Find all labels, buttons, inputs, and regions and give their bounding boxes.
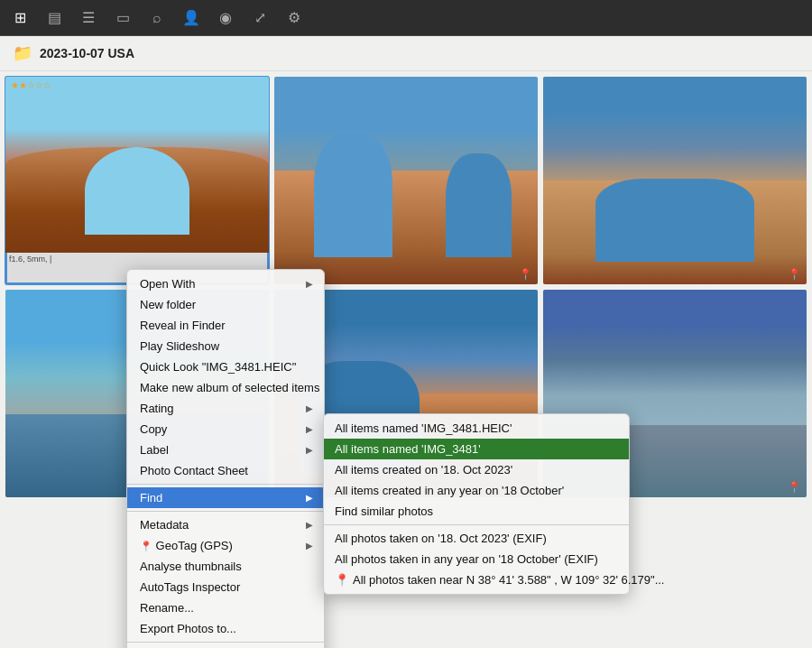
- context-menu: Open With ▶ New folder Reveal in Finder …: [126, 269, 325, 648]
- menu-new-album[interactable]: Make new album of selected items: [127, 377, 324, 398]
- separator-3: [127, 642, 324, 643]
- submenu-item-2[interactable]: All items named 'IMG_3481': [324, 439, 629, 459]
- people-icon[interactable]: 👤: [182, 9, 200, 27]
- pin-icon-3: 📍: [788, 268, 801, 281]
- menu-label[interactable]: Label ▶: [127, 440, 324, 460]
- menu-new-folder[interactable]: New folder: [127, 294, 324, 315]
- chevron-icon: ▶: [306, 493, 313, 503]
- list-icon[interactable]: ☰: [79, 9, 97, 27]
- menu-export[interactable]: Export Photos to...: [127, 618, 324, 639]
- chevron-icon: ▶: [306, 541, 313, 551]
- menu-quick-look[interactable]: Quick Look "IMG_3481.HEIC": [127, 356, 324, 377]
- columns-icon[interactable]: ▤: [45, 9, 63, 27]
- chevron-icon: ▶: [306, 403, 313, 413]
- submenu-item-7[interactable]: All photos taken in any year on '18 Octo…: [324, 549, 629, 569]
- eye-icon[interactable]: ◉: [217, 9, 235, 27]
- photo-cell-3[interactable]: 📍 IMG_3483.HEIC f1.6, 5mm, 1/3745s, ISO5…: [543, 77, 807, 284]
- find-submenu: All items named 'IMG_3481.HEIC' All item…: [323, 413, 630, 595]
- menu-metadata[interactable]: Metadata ▶: [127, 514, 324, 535]
- submenu-separator: [324, 524, 629, 525]
- photo-cell-1[interactable]: ★★☆☆☆ f1.6, 5mm, |: [5, 77, 269, 284]
- submenu-item-3[interactable]: All items created on '18. Oct 2023': [324, 459, 629, 480]
- menu-open-with[interactable]: Open With ▶: [127, 273, 324, 294]
- grid-icon[interactable]: ⊞: [11, 9, 29, 27]
- separator-2: [127, 511, 324, 512]
- chevron-icon: ▶: [306, 520, 313, 530]
- pin-icon-2: 📍: [519, 268, 532, 281]
- menu-copy[interactable]: Copy ▶: [127, 419, 324, 440]
- monitor-icon[interactable]: ▭: [114, 9, 132, 27]
- search-icon[interactable]: ⌕: [148, 9, 166, 27]
- photo-1-info: f1.6, 5mm, |: [5, 253, 269, 265]
- chevron-icon: ▶: [306, 424, 313, 434]
- menu-contact-sheet[interactable]: Photo Contact Sheet: [127, 460, 324, 481]
- star-rating: ★★☆☆☆: [11, 80, 51, 90]
- separator-1: [127, 484, 324, 485]
- submenu-item-5[interactable]: Find similar photos: [324, 501, 629, 522]
- menu-rating[interactable]: Rating ▶: [127, 398, 324, 419]
- toolbar: ⊞ ▤ ☰ ▭ ⌕ 👤 ◉ ⤢ ⚙: [0, 0, 812, 36]
- menu-autotags[interactable]: AutoTags Inspector: [127, 577, 324, 597]
- submenu-item-6[interactable]: All photos taken on '18. Oct 2023' (EXIF…: [324, 528, 629, 549]
- expand-icon[interactable]: ⤢: [251, 9, 269, 27]
- submenu-item-4[interactable]: All items created in any year on '18 Oct…: [324, 480, 629, 501]
- chevron-icon: ▶: [306, 279, 313, 289]
- album-header: 📁 2023-10-07 USA: [0, 36, 812, 71]
- folder-icon: 📁: [13, 43, 32, 63]
- menu-rename[interactable]: Rename...: [127, 597, 324, 618]
- submenu-item-1[interactable]: All items named 'IMG_3481.HEIC': [324, 418, 629, 439]
- content-area: 📁 2023-10-07 USA ★★☆☆☆ f1.6, 5mm, | 📍 IM…: [0, 36, 812, 648]
- menu-geotag[interactable]: 📍 GeoTag (GPS) ▶: [127, 535, 324, 556]
- album-title: 2023-10-07 USA: [40, 46, 134, 60]
- menu-analyse-thumbnails[interactable]: Analyse thumbnails: [127, 556, 324, 577]
- menu-reveal-finder[interactable]: Reveal in Finder: [127, 315, 324, 336]
- menu-find[interactable]: Find ▶: [127, 487, 324, 508]
- chevron-icon: ▶: [306, 445, 313, 455]
- pin-icon-6: 📍: [788, 481, 801, 494]
- menu-play-slideshow[interactable]: Play Slideshow: [127, 336, 324, 356]
- submenu-item-8[interactable]: 📍 All photos taken near N 38° 41' 3.588"…: [324, 569, 629, 590]
- photo-cell-2[interactable]: 📍 IMG_3482.HEIC f1.6, 5mm, 1/2967s, ISO5…: [274, 77, 538, 284]
- pin-icon-submenu: 📍: [335, 573, 349, 587]
- settings-icon[interactable]: ⚙: [285, 9, 303, 27]
